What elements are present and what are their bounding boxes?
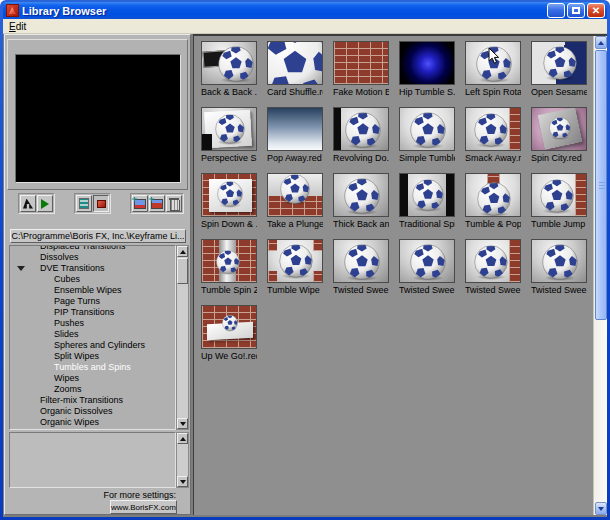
play-button[interactable] bbox=[37, 195, 53, 212]
thumbnail-image[interactable] bbox=[399, 107, 455, 151]
add-to-library-blue-button[interactable] bbox=[132, 195, 148, 212]
library-item-tumble-wipe[interactable]: Tumble Wipe ... bbox=[267, 239, 323, 296]
thumbnail-image[interactable] bbox=[267, 107, 323, 151]
scroll-up-button[interactable] bbox=[177, 433, 188, 444]
tree-item-zooms[interactable]: Zooms bbox=[10, 384, 175, 395]
thumbnail-image[interactable] bbox=[465, 173, 521, 217]
thumbnail-image[interactable] bbox=[531, 41, 587, 85]
soccer-ball-icon bbox=[549, 117, 571, 143]
scroll-down-button[interactable] bbox=[595, 502, 607, 515]
thumbnail-image[interactable] bbox=[531, 107, 587, 151]
delete-button[interactable] bbox=[166, 195, 182, 212]
thumbnail-image[interactable] bbox=[201, 305, 257, 349]
effects-list-scrollbar[interactable] bbox=[176, 432, 189, 488]
tree-item-ensemble-wipes[interactable]: Ensemble Wipes bbox=[10, 285, 175, 296]
thumbnail-image[interactable] bbox=[267, 173, 323, 217]
titlebar[interactable]: Library Browser _ ✕ bbox=[3, 2, 607, 19]
thumbnail-label: Take a Plunge... bbox=[267, 219, 323, 230]
thumbnail-image[interactable] bbox=[201, 239, 257, 283]
thumbnail-image[interactable] bbox=[531, 239, 587, 283]
tree-item-pip-transitions[interactable]: PIP Transitions bbox=[10, 307, 175, 318]
library-item-thick-back-an[interactable]: Thick Back an... bbox=[333, 173, 389, 230]
thumbnail-image[interactable] bbox=[267, 239, 323, 283]
menu-edit[interactable]: Edit bbox=[3, 21, 32, 32]
library-item-simple-tumble[interactable]: Simple Tumble... bbox=[399, 107, 455, 164]
arrow-up-icon bbox=[180, 250, 186, 254]
borisfx-website-button[interactable]: www.BorisFX.com bbox=[110, 500, 177, 514]
scrollbar-thumb[interactable] bbox=[177, 258, 188, 284]
library-item-revolving-do[interactable]: Revolving Do... bbox=[333, 107, 389, 164]
tree-item-filter-mix-transitions[interactable]: Filter-mix Transitions bbox=[10, 395, 175, 406]
tree-item-organic-wipes[interactable]: Organic Wipes bbox=[10, 417, 175, 428]
library-item-up-we-go-red[interactable]: Up We Go!.red bbox=[201, 305, 257, 362]
tree-item-pushes[interactable]: Pushes bbox=[10, 318, 175, 329]
tree-item-dve-transitions[interactable]: DVE Transitions bbox=[10, 263, 175, 274]
library-item-tumble-spin-z[interactable]: Tumble Spin Z... bbox=[201, 239, 257, 296]
thumbnail-image[interactable] bbox=[333, 239, 389, 283]
scroll-down-button[interactable] bbox=[177, 418, 188, 429]
library-item-tumble-jump[interactable]: Tumble Jump ... bbox=[531, 173, 587, 230]
menubar: Edit bbox=[3, 19, 607, 34]
thumbnail-image[interactable] bbox=[399, 41, 455, 85]
library-item-spin-down[interactable]: Spin Down & ... bbox=[201, 173, 257, 230]
tree-item-tumbles-and-spins[interactable]: Tumbles and Spins bbox=[10, 362, 175, 373]
soccer-ball-icon bbox=[540, 179, 574, 217]
tree-item-dissolves[interactable]: Dissolves bbox=[10, 252, 175, 263]
tree-item-cubes[interactable]: Cubes bbox=[10, 274, 175, 285]
library-item-take-a-plunge[interactable]: Take a Plunge... bbox=[267, 173, 323, 230]
close-button[interactable]: ✕ bbox=[587, 3, 605, 18]
tree-item-displaced-transitions[interactable]: Displaced Transitions bbox=[10, 245, 175, 252]
library-item-smack-away-red[interactable]: Smack Away.red bbox=[465, 107, 521, 164]
library-item-card-shuffle-red[interactable]: Card Shuffle.red bbox=[267, 41, 323, 98]
library-item-twisted-swee[interactable]: Twisted Swee... bbox=[399, 239, 455, 296]
soccer-ball-icon bbox=[222, 315, 238, 335]
thumbnail-image[interactable] bbox=[267, 41, 323, 85]
maximize-button[interactable] bbox=[567, 3, 585, 18]
thumbnail-label: Twisted Swee... bbox=[399, 285, 455, 296]
library-item-tumble-pop[interactable]: Tumble & Pop-... bbox=[465, 173, 521, 230]
tree-item-split-wipes[interactable]: Split Wipes bbox=[10, 351, 175, 362]
library-item-back-back[interactable]: Back & Back ... bbox=[201, 41, 257, 98]
scroll-up-button[interactable] bbox=[177, 246, 188, 257]
library-item-open-sesame[interactable]: Open Sesame... bbox=[531, 41, 587, 98]
thumbnail-image[interactable] bbox=[465, 239, 521, 283]
thumbnail-image[interactable] bbox=[201, 173, 257, 217]
library-item-spin-city-red[interactable]: Spin City.red bbox=[531, 107, 587, 164]
thumbnail-image[interactable] bbox=[399, 173, 455, 217]
scroll-down-button[interactable] bbox=[177, 476, 188, 487]
tree-item-page-turns[interactable]: Page Turns bbox=[10, 296, 175, 307]
effects-list[interactable] bbox=[9, 432, 176, 488]
tree-item-wipes[interactable]: Wipes bbox=[10, 373, 175, 384]
library-item-twisted-swee[interactable]: Twisted Swee... bbox=[465, 239, 521, 296]
tree-item-spheres-and-cylinders[interactable]: Spheres and Cylinders bbox=[10, 340, 175, 351]
filmstrip-view-button[interactable] bbox=[76, 195, 92, 212]
thumbnail-image[interactable] bbox=[333, 41, 389, 85]
library-path-button[interactable]: C:\Programme\Boris FX, Inc.\Keyframe Li.… bbox=[10, 229, 186, 243]
library-item-fake-motion-b[interactable]: Fake Motion B... bbox=[333, 41, 389, 98]
library-item-twisted-swee[interactable]: Twisted Swee... bbox=[333, 239, 389, 296]
stop-button[interactable] bbox=[93, 195, 109, 212]
thumbnail-image[interactable] bbox=[333, 107, 389, 151]
expander-down-icon[interactable] bbox=[17, 266, 25, 271]
pointer-tool-button[interactable] bbox=[20, 195, 36, 212]
library-item-traditional-spi[interactable]: Traditional Spi... bbox=[399, 173, 455, 230]
library-item-hip-tumble-s[interactable]: Hip Tumble S... bbox=[399, 41, 455, 98]
minimize-button[interactable]: _ bbox=[547, 3, 565, 18]
tree-scrollbar[interactable] bbox=[176, 245, 189, 430]
thumbnail-image[interactable] bbox=[201, 107, 257, 151]
scrollbar-thumb[interactable] bbox=[595, 50, 607, 320]
thumbnail-image[interactable] bbox=[399, 239, 455, 283]
library-scrollbar[interactable] bbox=[593, 36, 607, 515]
library-item-perspective-s[interactable]: Perspective S... bbox=[201, 107, 257, 164]
scroll-up-button[interactable] bbox=[595, 36, 607, 49]
thumbnail-image[interactable] bbox=[531, 173, 587, 217]
library-item-pop-away-red[interactable]: Pop Away.red bbox=[267, 107, 323, 164]
thumbnail-image[interactable] bbox=[465, 107, 521, 151]
thumbnail-image[interactable] bbox=[333, 173, 389, 217]
add-to-library-red-button[interactable] bbox=[149, 195, 165, 212]
tree-item-slides[interactable]: Slides bbox=[10, 329, 175, 340]
thumbnail-label: Tumble & Pop-... bbox=[465, 219, 521, 230]
library-item-twisted-swee[interactable]: Twisted Swee... bbox=[531, 239, 587, 296]
tree-item-organic-dissolves[interactable]: Organic Dissolves bbox=[10, 406, 175, 417]
thumbnail-image[interactable] bbox=[201, 41, 257, 85]
